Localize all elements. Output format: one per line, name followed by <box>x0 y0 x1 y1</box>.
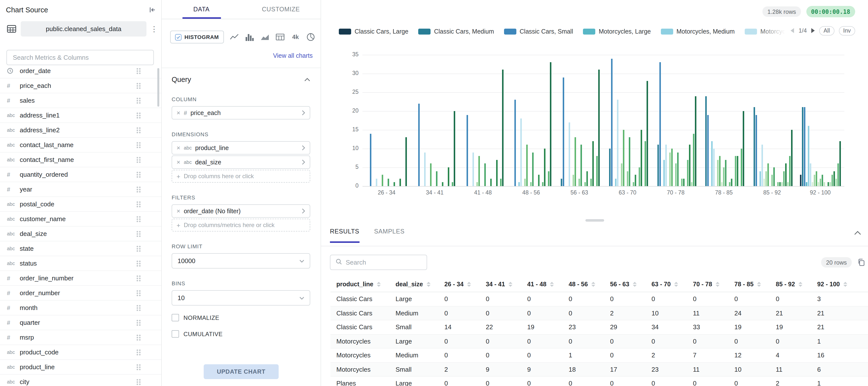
drag-handle-icon[interactable] <box>136 379 141 385</box>
dimensions-drop-zone[interactable]: + Drop columns here or click <box>172 170 310 183</box>
drag-handle-icon[interactable] <box>136 319 141 326</box>
column-item[interactable]: #order_number <box>0 286 161 301</box>
column-header[interactable]: 48 - 56 <box>563 281 604 288</box>
column-item[interactable]: abcaddress_line2 <box>0 123 161 138</box>
drag-handle-icon[interactable] <box>136 290 141 296</box>
drag-handle-icon[interactable] <box>136 216 141 222</box>
drag-handle-icon[interactable] <box>136 171 141 178</box>
collapse-panel-icon[interactable] <box>149 6 156 14</box>
column-item[interactable]: abccontact_first_name <box>0 152 161 167</box>
dataset-selector[interactable]: public.cleaned_sales_data <box>21 21 147 36</box>
results-collapse-icon[interactable] <box>854 231 861 235</box>
drag-handle-icon[interactable] <box>136 349 141 355</box>
column-item[interactable]: abccustomer_name <box>0 212 161 227</box>
drag-handle-icon[interactable] <box>136 112 141 118</box>
row-limit-select[interactable]: 10000 <box>172 253 310 269</box>
remove-icon[interactable]: × <box>177 159 180 166</box>
column-header[interactable]: 41 - 48 <box>521 281 563 288</box>
chevron-right-icon[interactable] <box>302 145 305 151</box>
drag-handle-icon[interactable] <box>136 245 141 252</box>
drag-handle-icon[interactable] <box>136 186 141 192</box>
column-item[interactable]: #quarter <box>0 316 161 330</box>
column-header[interactable]: deal_size <box>390 281 438 288</box>
legend-entry[interactable]: Motorcycles, Medium <box>661 28 735 35</box>
results-search-input[interactable] <box>346 259 415 266</box>
column-item[interactable]: #month <box>0 301 161 316</box>
column-item[interactable]: abcstate <box>0 241 161 256</box>
bar-chart-icon[interactable] <box>243 30 256 44</box>
viz-type-button[interactable]: HISTOGRAM <box>170 31 224 43</box>
legend-next-icon[interactable] <box>811 28 815 33</box>
column-header[interactable]: product_line <box>331 281 390 288</box>
drag-handle-icon[interactable] <box>136 334 141 340</box>
remove-icon[interactable]: × <box>177 110 180 116</box>
legend-prev-icon[interactable] <box>790 28 794 33</box>
normalize-checkbox[interactable] <box>172 314 179 321</box>
results-resize-handle[interactable] <box>585 219 604 221</box>
remove-icon[interactable]: × <box>177 208 180 214</box>
column-item[interactable]: #msrp <box>0 330 161 345</box>
drag-handle-icon[interactable] <box>136 364 141 370</box>
column-item[interactable]: abcstatus <box>0 256 161 271</box>
column-header[interactable]: 34 - 41 <box>480 281 521 288</box>
dataset-menu-icon[interactable]: ⋮ <box>150 24 157 33</box>
column-item[interactable]: abcproduct_code <box>0 345 161 360</box>
bins-select[interactable]: 10 <box>172 290 310 305</box>
filter-pill[interactable]: × order_date (No filter) <box>172 204 310 218</box>
drag-handle-icon[interactable] <box>136 68 141 74</box>
drag-handle-icon[interactable] <box>136 127 141 133</box>
scrollbar-thumb[interactable] <box>157 68 159 107</box>
legend-entry[interactable]: Motorcycles, Small <box>744 28 785 35</box>
dimension-pill[interactable]: × abc product_line <box>172 141 310 154</box>
column-header[interactable]: 26 - 34 <box>438 281 480 288</box>
column-item[interactable]: abcpostal_code <box>0 197 161 212</box>
tab-customize[interactable]: CUSTOMIZE <box>241 0 320 19</box>
column-item[interactable]: abccontact_last_name <box>0 138 161 152</box>
column-item[interactable]: #year <box>0 182 161 197</box>
tab-samples[interactable]: SAMPLES <box>374 228 405 243</box>
drag-handle-icon[interactable] <box>136 260 141 267</box>
drag-handle-icon[interactable] <box>136 275 141 281</box>
filters-drop-zone[interactable]: + Drop columns/metrics here or click <box>172 219 310 232</box>
chevron-right-icon[interactable] <box>302 208 305 214</box>
column-header[interactable]: 56 - 63 <box>604 281 646 288</box>
drag-handle-icon[interactable] <box>136 97 141 103</box>
drag-handle-icon[interactable] <box>136 142 141 148</box>
legend-all-button[interactable]: All <box>819 26 834 35</box>
column-item[interactable]: #order_line_number <box>0 271 161 286</box>
column-item[interactable]: order_date <box>0 64 161 79</box>
column-header[interactable]: 85 - 92 <box>770 281 811 288</box>
metrics-search-input[interactable] <box>6 50 154 65</box>
normalize-checkbox-row[interactable]: NORMALIZE <box>172 314 310 321</box>
column-item[interactable]: #sales <box>0 93 161 108</box>
dimension-pill[interactable]: × abc deal_size <box>172 155 310 169</box>
drag-handle-icon[interactable] <box>136 304 141 311</box>
tab-data[interactable]: DATA <box>162 0 241 19</box>
column-header[interactable]: 78 - 85 <box>728 281 770 288</box>
remove-icon[interactable]: × <box>177 145 180 151</box>
chevron-right-icon[interactable] <box>302 110 305 116</box>
column-header[interactable]: 92 - 100 <box>811 281 853 288</box>
area-chart-icon[interactable] <box>258 30 272 44</box>
view-all-charts-link[interactable]: View all charts <box>273 52 313 59</box>
update-chart-button[interactable]: UPDATE CHART <box>204 364 279 379</box>
copy-icon[interactable] <box>857 258 865 268</box>
column-item[interactable]: #price_each <box>0 79 161 93</box>
drag-handle-icon[interactable] <box>136 231 141 237</box>
chevron-right-icon[interactable] <box>302 159 305 165</box>
column-item[interactable]: abcaddress_line1 <box>0 108 161 123</box>
legend-entry[interactable]: Classic Cars, Medium <box>418 28 494 35</box>
line-chart-icon[interactable] <box>227 30 241 44</box>
column-item[interactable]: abcdeal_size <box>0 227 161 241</box>
column-header[interactable]: 70 - 78 <box>687 281 728 288</box>
column-header[interactable]: 63 - 70 <box>646 281 687 288</box>
chevron-up-icon[interactable] <box>304 78 310 81</box>
drag-handle-icon[interactable] <box>136 201 141 207</box>
drag-handle-icon[interactable] <box>136 83 141 89</box>
column-pill[interactable]: × # price_each <box>172 106 310 119</box>
pie-chart-icon[interactable] <box>304 30 317 44</box>
legend-entry[interactable]: Motorcycles, Large <box>583 28 651 35</box>
cumulative-checkbox[interactable] <box>172 330 179 338</box>
table-icon[interactable] <box>274 30 287 44</box>
big-number-icon[interactable]: 4k <box>289 30 302 44</box>
